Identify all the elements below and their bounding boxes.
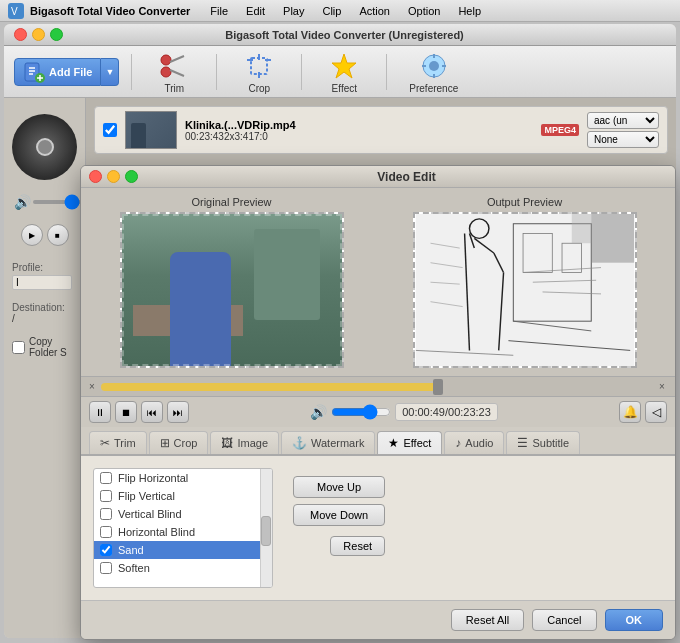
audio-tab-label: Audio — [465, 437, 493, 449]
timeline-track[interactable] — [101, 383, 655, 391]
menu-play[interactable]: Play — [275, 3, 312, 19]
effect-icon — [328, 50, 360, 82]
time-display: 00:00:49/00:23:23 — [395, 403, 498, 421]
menu-edit[interactable]: Edit — [238, 3, 273, 19]
minimize-button[interactable] — [32, 28, 45, 41]
tab-image[interactable]: 🖼 Image — [210, 431, 279, 454]
add-file-button[interactable]: Add File — [14, 58, 101, 86]
soften-label: Soften — [118, 562, 150, 574]
watermark-tab-label: Watermark — [311, 437, 364, 449]
transport-volume-slider[interactable] — [331, 404, 391, 420]
move-up-button[interactable]: Move Up — [293, 476, 385, 498]
effects-panel: Flip Horizontal Flip Vertical Vertical B… — [81, 454, 675, 600]
cancel-button[interactable]: Cancel — [532, 609, 596, 631]
tab-watermark[interactable]: ⚓ Watermark — [281, 431, 375, 454]
add-file-group: Add File ▼ — [14, 58, 119, 86]
audio-select[interactable]: aac (un — [587, 112, 659, 129]
trim-button[interactable]: Trim — [144, 46, 204, 98]
output-effect-svg — [415, 214, 635, 366]
menu-bar: V Bigasoft Total Video Converter File Ed… — [0, 0, 680, 22]
reset-all-button[interactable]: Reset All — [451, 609, 524, 631]
effect-soften[interactable]: Soften — [94, 559, 260, 577]
svg-line-12 — [170, 70, 184, 76]
horizontal-blind-checkbox[interactable] — [100, 526, 112, 538]
file-name: Klinika.(...VDRip.mp4 — [185, 119, 533, 131]
next-frame-button[interactable]: ⏭ — [167, 401, 189, 423]
play-controls: ▶ ■ — [12, 224, 77, 246]
file-checkbox[interactable] — [103, 123, 117, 137]
file-item[interactable]: Klinika.(...VDRip.mp4 00:23:432x3:417:0 … — [94, 106, 668, 154]
tab-trim[interactable]: ✂ Trim — [89, 431, 147, 454]
soften-checkbox[interactable] — [100, 562, 112, 574]
stop-button[interactable]: ■ — [47, 224, 69, 246]
menu-help[interactable]: Help — [450, 3, 489, 19]
crop-button[interactable]: Crop — [229, 46, 289, 98]
menu-option[interactable]: Option — [400, 3, 448, 19]
vertical-blind-checkbox[interactable] — [100, 508, 112, 520]
effects-list[interactable]: Flip Horizontal Flip Vertical Vertical B… — [93, 468, 273, 588]
move-buttons: Move Up Move Down — [293, 476, 385, 526]
trim-in-button[interactable]: 🔔 — [619, 401, 641, 423]
trim-tab-icon: ✂ — [100, 436, 110, 450]
effect-vertical-blind[interactable]: Vertical Blind — [94, 505, 260, 523]
effect-button[interactable]: Effect — [314, 46, 374, 98]
timeline-end-marker: × — [659, 381, 667, 392]
ok-button[interactable]: OK — [605, 609, 664, 631]
trim-icon — [158, 50, 190, 82]
file-info: Klinika.(...VDRip.mp4 00:23:432x3:417:0 — [185, 119, 533, 142]
menu-clip[interactable]: Clip — [314, 3, 349, 19]
toolbar-sep-2 — [216, 54, 217, 90]
maximize-button[interactable] — [50, 28, 63, 41]
add-file-dropdown[interactable]: ▼ — [101, 58, 119, 86]
tab-effect[interactable]: ★ Effect — [377, 431, 442, 454]
reset-button[interactable]: Reset — [330, 536, 385, 556]
video-edit-dialog: Video Edit Original Preview Output Previ… — [80, 165, 676, 640]
sidebar: 🔊 ▶ ■ Profile: I Destination: / — [4, 98, 86, 638]
dialog-title-bar: Video Edit — [81, 166, 675, 188]
flip-horizontal-checkbox[interactable] — [100, 472, 112, 484]
effect-horizontal-blind[interactable]: Horizontal Blind — [94, 523, 260, 541]
effects-scrollbar-thumb[interactable] — [261, 516, 271, 546]
close-button[interactable] — [14, 28, 27, 41]
copy-folder-label: Copy Folder S — [29, 336, 77, 358]
window-title: Bigasoft Total Video Converter (Unregist… — [73, 29, 616, 41]
menu-items: File Edit Play Clip Action Option Help — [202, 3, 489, 19]
svg-rect-46 — [591, 214, 634, 263]
audio2-select[interactable]: None — [587, 131, 659, 148]
play-button[interactable]: ▶ — [21, 224, 43, 246]
flip-vertical-checkbox[interactable] — [100, 490, 112, 502]
effect-flip-horizontal[interactable]: Flip Horizontal — [94, 469, 260, 487]
reset-area: Reset — [293, 532, 385, 556]
dialog-minimize-button[interactable] — [107, 170, 120, 183]
stop-transport-button[interactable]: ⏹ — [115, 401, 137, 423]
effects-controls: Move Up Move Down Reset — [293, 468, 385, 556]
film-reel-container — [12, 114, 77, 180]
effect-flip-vertical[interactable]: Flip Vertical — [94, 487, 260, 505]
timeline-playhead[interactable] — [433, 379, 443, 395]
tab-audio[interactable]: ♪ Audio — [444, 431, 504, 454]
pause-button[interactable]: ⏸ — [89, 401, 111, 423]
add-file-arrow-icon: ▼ — [105, 67, 114, 77]
menu-file[interactable]: File — [202, 3, 236, 19]
trim-out-button[interactable]: ◁ — [645, 401, 667, 423]
copy-folder-checkbox[interactable] — [12, 341, 25, 354]
format-badge: MPEG4 — [541, 124, 579, 136]
preference-button[interactable]: Preference — [399, 46, 468, 98]
tab-crop[interactable]: ⊞ Crop — [149, 431, 209, 454]
output-preview-label: Output Preview — [487, 196, 562, 208]
effect-sand[interactable]: Sand — [94, 541, 260, 559]
sand-checkbox[interactable] — [100, 544, 112, 556]
preference-label: Preference — [409, 83, 458, 94]
effects-scrollbar[interactable] — [260, 469, 272, 587]
move-down-button[interactable]: Move Down — [293, 504, 385, 526]
menu-action[interactable]: Action — [351, 3, 398, 19]
scene-figure — [170, 252, 232, 366]
output-preview-panel: Output Preview — [382, 196, 667, 368]
copy-folder-row: Copy Folder S — [12, 336, 77, 358]
dialog-close-button[interactable] — [89, 170, 102, 183]
tab-subtitle[interactable]: ☰ Subtitle — [506, 431, 580, 454]
dialog-maximize-button[interactable] — [125, 170, 138, 183]
profile-label: Profile: — [12, 262, 77, 273]
prev-frame-button[interactable]: ⏮ — [141, 401, 163, 423]
trim-tab-label: Trim — [114, 437, 136, 449]
